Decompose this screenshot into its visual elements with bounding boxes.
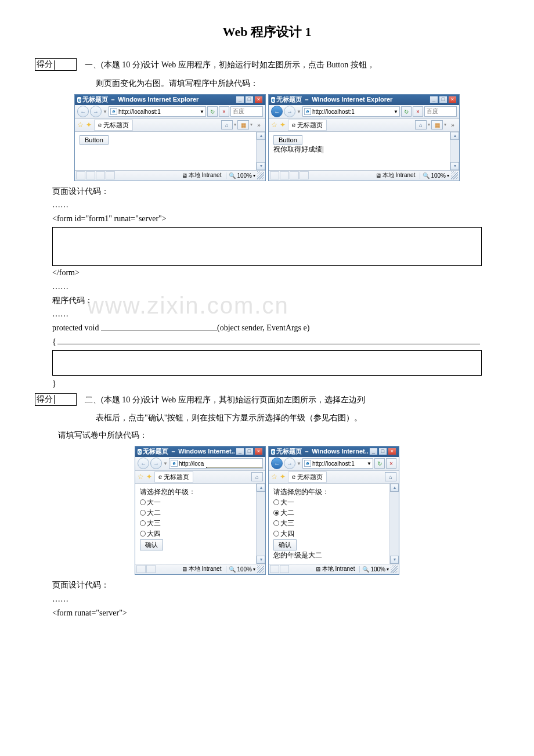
page-content: 请选择您的年级： 大一 大二 大三 大四 确认 ▴▾ — [135, 484, 265, 564]
page-design-heading: 页面设计代码： — [52, 578, 482, 592]
favorites-icon[interactable]: ☆ — [271, 121, 277, 129]
page-content: Button 祝你取得好成绩| ▴▾ — [269, 132, 459, 170]
refresh-button[interactable]: ↻ — [401, 106, 412, 117]
resize-grip[interactable] — [451, 171, 458, 179]
resize-grip[interactable] — [257, 565, 264, 573]
vertical-scrollbar[interactable]: ▴▾ — [256, 484, 265, 564]
minimize-button[interactable]: _ — [369, 448, 378, 455]
zoom-control[interactable]: 🔍 100% ▾ — [226, 566, 255, 573]
vertical-scrollbar[interactable]: ▴▾ — [256, 132, 265, 170]
browser-pair-1: e 无标题页 － Windows Internet Explorer _ □ ×… — [35, 94, 499, 181]
forward-button[interactable]: → — [150, 458, 162, 469]
dropdown-icon[interactable]: ▼ — [163, 461, 168, 466]
method-signature: protected void (object sender, EventArgs… — [52, 321, 482, 335]
resize-grip[interactable] — [391, 565, 398, 573]
stop-button[interactable]: × — [219, 106, 229, 117]
radio-option[interactable]: 大二 — [273, 508, 385, 518]
forward-button[interactable]: → — [284, 458, 295, 469]
vertical-scrollbar[interactable]: ▴▾ — [450, 132, 459, 170]
refresh-button[interactable]: ↻ — [374, 458, 385, 469]
maximize-button[interactable]: □ — [378, 448, 387, 455]
address-bar[interactable]: ehttp://localhost:1▼ — [109, 106, 206, 117]
back-button[interactable]: ← — [271, 106, 283, 117]
feeds-icon[interactable]: ▦ — [431, 120, 443, 129]
add-favorites-icon[interactable]: ✦ — [86, 121, 92, 129]
close-button[interactable]: × — [388, 448, 396, 455]
browser-pair-2: e 无标题页 － Windows Internet.. _ □ × ← → ▼ … — [35, 446, 499, 575]
favorites-icon[interactable]: ☆ — [271, 473, 277, 481]
stop-button[interactable]: × — [386, 458, 396, 469]
home-icon[interactable]: ⌂ — [251, 472, 263, 481]
stop-button[interactable]: × — [413, 106, 423, 117]
close-button[interactable]: × — [254, 448, 263, 455]
zoom-control[interactable]: 🔍 100% ▾ — [359, 566, 389, 573]
search-box[interactable]: 百度 — [424, 106, 457, 117]
score-box: 得分 — [35, 393, 77, 406]
home-icon[interactable]: ⌂ — [415, 120, 427, 129]
radio-option[interactable]: 大一 — [140, 498, 251, 507]
maximize-button[interactable]: □ — [245, 448, 254, 455]
zoom-icon: 🔍 — [229, 172, 236, 179]
radio-option[interactable]: 大二 — [140, 508, 251, 518]
radio-option[interactable]: 大四 — [273, 529, 385, 539]
ie-icon: e — [138, 449, 142, 455]
address-bar[interactable]: ehttp://loca无标题页 - Windows : — [169, 458, 263, 469]
maximize-button[interactable]: □ — [439, 96, 448, 103]
address-bar[interactable]: ehttp://localhost:1▼ — [302, 106, 400, 117]
radio-option[interactable]: 大一 — [273, 498, 385, 507]
back-button[interactable]: ← — [77, 106, 89, 117]
radio-option[interactable]: 大四 — [140, 529, 251, 539]
address-bar[interactable]: ehttp://localhost:1▼ — [302, 458, 373, 469]
confirm-button[interactable]: 确认 — [273, 539, 297, 550]
forward-button[interactable]: → — [284, 106, 295, 117]
back-button[interactable]: ← — [271, 458, 283, 469]
button-control[interactable]: Button — [273, 135, 302, 145]
search-box[interactable]: 百度 — [230, 106, 263, 117]
add-favorites-icon[interactable]: ✦ — [146, 473, 152, 481]
button-control[interactable]: Button — [80, 135, 109, 145]
add-favorites-icon[interactable]: ✦ — [280, 473, 286, 481]
page-design-heading: 页面设计代码： — [52, 185, 482, 199]
minimize-button[interactable]: _ — [236, 448, 244, 455]
home-icon[interactable]: ⌂ — [385, 472, 396, 481]
close-button[interactable]: × — [448, 96, 457, 103]
favorites-icon[interactable]: ☆ — [138, 473, 144, 481]
maximize-button[interactable]: □ — [245, 96, 254, 103]
grade-prompt: 请选择您的年级： — [273, 487, 385, 497]
add-favorites-icon[interactable]: ✦ — [280, 121, 286, 129]
forward-button[interactable]: → — [90, 106, 102, 117]
ie-window-right: e 无标题页 － Windows Internet Explorer _ □ ×… — [268, 94, 460, 181]
favorites-icon[interactable]: ☆ — [77, 121, 84, 129]
vertical-scrollbar[interactable]: ▴▾ — [389, 484, 399, 564]
zoom-control[interactable]: 🔍 100% ▾ — [420, 172, 449, 179]
home-icon[interactable]: ⌂ — [221, 120, 233, 129]
window-title: 无标题页 － Windows Internet Explorer — [82, 95, 236, 104]
ellipsis: …… — [52, 280, 482, 294]
confirm-button[interactable]: 确认 — [140, 539, 163, 550]
intranet-icon: 🖥 — [182, 566, 187, 573]
dropdown-icon[interactable]: ▼ — [297, 461, 301, 466]
q1-text-line2: 则页面变化为右图。请填写程序中所缺代码： — [96, 77, 499, 91]
minimize-button[interactable]: _ — [430, 96, 438, 103]
feeds-icon[interactable]: ▦ — [237, 120, 249, 129]
back-button[interactable]: ← — [138, 458, 149, 469]
tab[interactable]: e无标题页 — [288, 120, 327, 131]
close-button[interactable]: × — [254, 96, 263, 103]
more-icon[interactable]: » — [449, 122, 457, 128]
ie-fav-bar: ☆ ✦ e无标题页 ⌂ — [135, 471, 265, 484]
minimize-button[interactable]: _ — [236, 96, 244, 103]
more-icon[interactable]: » — [255, 122, 263, 128]
tab[interactable]: e无标题页 — [94, 120, 133, 131]
radio-option[interactable]: 大三 — [273, 519, 385, 528]
resize-grip[interactable] — [257, 171, 264, 179]
ie-titlebar: e 无标题页 － Windows Internet Explorer _ □ × — [269, 95, 459, 105]
ellipsis: …… — [52, 307, 482, 321]
dropdown-icon[interactable]: ▼ — [103, 109, 107, 114]
tab[interactable]: e无标题页 — [288, 471, 327, 483]
tab[interactable]: e无标题页 — [154, 471, 193, 483]
zoom-control[interactable]: 🔍 100% ▾ — [226, 172, 255, 179]
status-bar: 🖥 本地 Intranet 🔍 100% ▾ — [269, 564, 399, 574]
radio-option[interactable]: 大三 — [140, 519, 251, 528]
dropdown-icon[interactable]: ▼ — [297, 109, 301, 114]
refresh-button[interactable]: ↻ — [207, 106, 218, 117]
